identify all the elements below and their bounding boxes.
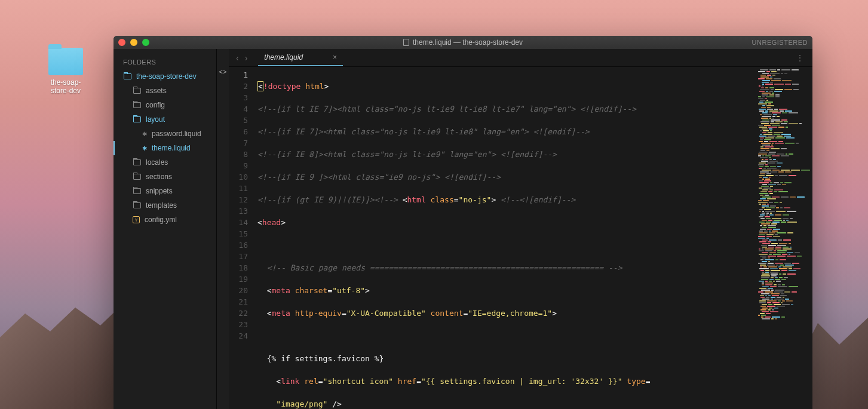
maximize-button[interactable] <box>142 39 149 46</box>
line-numbers: 123456789101112131415161718192021222324 <box>229 67 253 409</box>
minimize-button[interactable] <box>130 39 137 46</box>
close-button[interactable] <box>118 39 125 46</box>
nav-forward-icon[interactable]: › <box>245 53 248 63</box>
folder-icon <box>133 159 141 165</box>
file-icon: ✱ <box>142 131 147 137</box>
folder-icon <box>133 188 141 194</box>
syntax-toggle[interactable]: <> <box>217 49 229 409</box>
folder-open-icon <box>133 116 141 122</box>
sidebar-item-password-liquid[interactable]: ✱ password.liquid <box>114 127 216 141</box>
yml-icon: Y <box>133 216 140 223</box>
sidebar-item-snippets[interactable]: snippets <box>114 184 216 198</box>
titlebar[interactable]: theme.liquid — the-soap-store-dev UNREGI… <box>114 36 812 49</box>
file-icon: ✱ <box>142 145 147 152</box>
desktop-folder[interactable]: the-soap-store-dev <box>45 48 87 96</box>
tab-label: theme.liquid <box>264 53 303 61</box>
editor-window: theme.liquid — the-soap-store-dev UNREGI… <box>114 36 812 409</box>
sidebar-item-config[interactable]: config <box>114 98 216 112</box>
folder-open-icon <box>124 73 131 79</box>
sidebar-item-locales[interactable]: locales <box>114 155 216 170</box>
sidebar-root[interactable]: the-soap-store-dev <box>114 69 216 84</box>
code-editor[interactable]: 123456789101112131415161718192021222324 … <box>229 67 812 409</box>
folder-icon <box>133 88 141 94</box>
sidebar-item-layout[interactable]: layout <box>114 112 216 127</box>
more-menu-icon[interactable]: ⋮ <box>796 53 805 63</box>
folder-icon <box>133 202 141 208</box>
sidebar-item-assets[interactable]: assets <box>114 84 216 98</box>
document-icon <box>403 39 409 46</box>
sidebar-header: FOLDERS <box>114 54 216 69</box>
tab-theme-liquid[interactable]: theme.liquid × <box>258 50 343 66</box>
sidebar-item-templates[interactable]: templates <box>114 198 216 213</box>
window-title: theme.liquid — the-soap-store-dev <box>403 38 523 47</box>
code-content[interactable]: <!doctype html> <!--[if lt IE 7]><html c… <box>253 67 756 409</box>
sidebar: FOLDERS the-soap-store-dev assets config… <box>114 49 217 409</box>
sidebar-root-label: the-soap-store-dev <box>136 72 197 81</box>
unregistered-label: UNREGISTERED <box>752 39 808 46</box>
tab-close-icon[interactable]: × <box>333 53 337 61</box>
tab-bar: ‹ › theme.liquid × ⋮ <box>229 49 812 67</box>
folder-icon <box>133 174 141 180</box>
sidebar-item-sections[interactable]: sections <box>114 170 216 184</box>
nav-back-icon[interactable]: ‹ <box>236 53 239 63</box>
desktop-folder-label: the-soap-store-dev <box>45 78 87 96</box>
sidebar-item-config-yml[interactable]: Y config.yml <box>114 213 216 227</box>
folder-icon <box>48 48 83 75</box>
folder-icon <box>133 102 141 108</box>
minimap[interactable] <box>756 67 812 409</box>
sidebar-item-theme-liquid[interactable]: ✱ theme.liquid <box>114 141 216 155</box>
